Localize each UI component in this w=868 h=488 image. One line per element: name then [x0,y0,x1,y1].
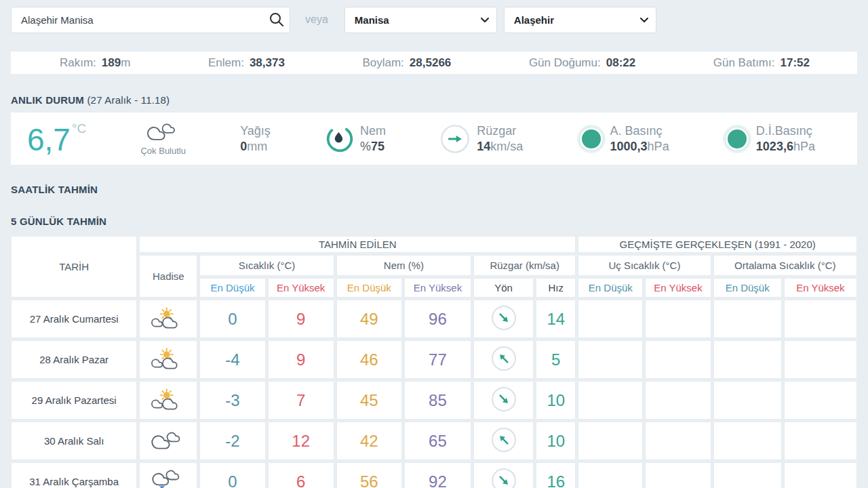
wind-speed-cell: 10 [536,422,576,460]
hum-min-cell: 45 [336,381,402,420]
header-temp-min: En Düşük [199,278,265,298]
current-section-title: ANLIK DURUM (27 Aralık - 11.18) [11,94,857,106]
ext-max-cell [645,340,711,379]
partly-cloudy-icon [151,348,186,372]
wind-metric: Rüzgar 14km/sa [440,123,523,154]
forecast-row: 31 Aralık Çarşamba 0 6 56 92 16 [11,462,857,488]
wind-direction-icon [491,386,517,412]
ext-min-cell [578,300,643,338]
current-temperature: 6,7°C [27,122,86,155]
forecast-row: 28 Aralık Pazar -4 9 46 77 5 [11,340,857,379]
search-button[interactable] [264,7,290,33]
cloudy-icon [146,121,181,144]
header-avg-max: En Yüksek [784,278,857,298]
temp-min-cell: -4 [199,340,265,379]
partly-cloudy-icon [151,388,186,413]
header-extreme-temp: Uç Sıcaklık (°C) [578,255,711,276]
wind-dir-cell [473,340,534,379]
wind-direction-icon [491,346,517,371]
header-avg-min: En Düşük [713,278,782,298]
avg-min-cell [713,422,782,460]
condition-label: Çok Bulutlu [140,146,185,156]
header-hum-min: En Düşük [336,278,402,298]
district-select[interactable]: Alaşehir [504,7,656,33]
search-input[interactable] [12,14,264,26]
header-average-temp: Ortalama Sıcaklık (°C) [713,255,857,276]
ext-min-cell [578,422,643,460]
current-conditions-panel: 6,7°C Çok Bulutlu Yağış 0mm Nem %75 Rüzg… [11,113,857,165]
avg-max-cell [784,340,857,379]
search-icon [269,12,285,28]
pressure-dot-icon [728,129,747,148]
temp-min-cell: -3 [199,381,265,420]
hum-max-cell: 65 [404,422,471,460]
hum-min-cell: 46 [336,340,402,379]
sunrise: Gün Doğumu:08:22 [529,56,635,70]
topbar: veya Manisa Alaşehir [0,0,868,34]
latitude: Enlem:38,373 [208,56,285,70]
header-humidity: Nem (%) [336,255,471,276]
wind-direction-east-icon [440,124,470,154]
date-cell: 27 Aralık Cumartesi [11,300,137,338]
wind-speed-cell: 10 [536,381,576,420]
hum-max-cell: 77 [404,340,471,379]
ext-max-cell [645,462,711,488]
altitude: Rakım:189m [60,56,130,70]
district-select-wrap: Alaşehir [504,7,656,33]
wind-direction-icon [491,305,517,331]
weather-icon-cell [139,381,197,420]
date-cell: 30 Aralık Salı [11,422,137,460]
weather-icon-cell [139,300,197,338]
hum-min-cell: 56 [336,462,402,488]
avg-min-cell [713,462,782,488]
header-group-predicted: TAHMİN EDİLEN [139,236,576,253]
province-select[interactable]: Manisa [344,7,497,33]
header-event: Hadise [139,255,197,298]
wind-speed-cell: 16 [536,462,576,488]
ext-max-cell [645,422,711,460]
sunset: Gün Batımı:17:52 [713,56,810,70]
ext-min-cell [578,381,643,420]
temp-min-cell: 0 [199,462,265,488]
header-wind-dir: Yön [473,278,534,298]
hum-min-cell: 42 [336,422,402,460]
forecast-row: 27 Aralık Cumartesi 0 9 49 96 14 [11,300,857,338]
wind-speed-cell: 14 [536,300,576,338]
header-wind: Rüzgar (km/sa) [473,255,576,276]
header-hum-max: En Yüksek [404,278,471,298]
hum-min-cell: 49 [336,300,402,338]
date-cell: 29 Aralık Pazartesi [11,381,137,420]
wind-dir-cell [473,300,534,338]
wind-direction-icon [491,468,517,488]
avg-min-cell [713,340,782,379]
cloudy-icon [151,430,186,453]
hum-max-cell: 85 [404,381,471,420]
station-info-bar: Rakım:189m Enlem:38,373 Boylam:28,5266 G… [11,52,857,74]
temp-min-cell: 0 [199,300,265,338]
partly-cloudy-icon [151,307,186,331]
ext-max-cell [645,381,711,420]
forecast-table: TARİH TAHMİN EDİLEN GEÇMİŞTE GERÇEKLEŞEN… [9,234,859,488]
weather-icon-cell [139,422,197,460]
wind-dir-cell [473,462,534,488]
wind-speed-cell: 5 [536,340,576,379]
temp-max-cell: 9 [268,300,334,338]
location-search [11,7,290,33]
date-cell: 28 Aralık Pazar [11,340,137,379]
date-cell: 31 Aralık Çarşamba [11,462,137,488]
forecast-row: 30 Aralık Salı -2 12 42 65 10 [11,422,857,460]
hourly-section-title: SAATLİK TAHMİN [11,184,857,195]
sea-level-pressure-metric: D.İ.Basınç 1023,6hPa [724,123,815,154]
header-wind-speed: Hız [536,278,576,298]
province-select-wrap: Manisa [344,7,497,33]
longitude: Boylam:28,5266 [362,56,451,70]
temp-max-cell: 12 [268,422,334,460]
avg-max-cell [784,381,857,420]
avg-min-cell [713,381,782,420]
daily-section-title: 5 GÜNLÜK TAHMİN [11,216,857,227]
hum-max-cell: 92 [404,462,471,488]
header-temperature: Sıcaklık (°C) [199,255,334,276]
avg-max-cell [784,422,857,460]
wind-dir-cell [473,422,534,460]
header-date: TARİH [11,236,137,298]
